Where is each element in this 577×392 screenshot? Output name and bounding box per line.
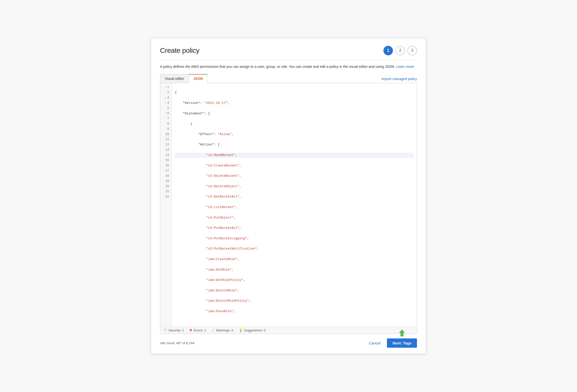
line-num-4: ▾4 xyxy=(163,101,170,106)
code-line-21: "iam:DeleteRolePolicy", xyxy=(175,298,414,304)
suggestions-status: 💡 Suggestions: 0 xyxy=(239,328,265,332)
line-numbers: ▾1 2 ▾3 ▾4 5 ▾6 7 8 9 10 11 12 13 14 15 … xyxy=(160,83,172,327)
import-managed-policy-link[interactable]: Import managed policy xyxy=(381,77,417,83)
code-area: ▾1 2 ▾3 ▾4 5 ▾6 7 8 9 10 11 12 13 14 15 … xyxy=(160,83,417,327)
footer-row: cter count: 487 of 6,144. Cancel Next: T… xyxy=(160,338,417,348)
code-line-9: "s3:DeleteBucket", xyxy=(175,173,414,179)
code-line-3: "Statement": [ xyxy=(175,111,414,116)
tabs-row: Visual editor JSON Import managed policy xyxy=(160,74,417,83)
code-line-15: "s3:PutBucketLogging", xyxy=(175,236,414,241)
line-num-10: 10 xyxy=(163,132,170,137)
step-3-indicator: 3 xyxy=(407,46,417,55)
line-num-22: 22 xyxy=(163,194,170,200)
green-arrow-icon xyxy=(397,327,407,337)
code-line-14: "s3:PutBucketAcl", xyxy=(175,226,414,231)
code-line-16: "s3:PutBucketNotification", xyxy=(175,246,414,252)
code-line-5: "Effect": "Allow", xyxy=(175,132,414,137)
line-num-15: 15 xyxy=(163,158,170,163)
cancel-button[interactable]: Cancel xyxy=(365,339,384,347)
security-status: 🛡 Security: 1 xyxy=(164,328,184,332)
security-icon: 🛡 xyxy=(164,328,167,332)
line-num-17: 17 xyxy=(163,168,170,173)
code-line-1: { xyxy=(175,90,414,95)
line-num-14: 14 xyxy=(163,153,170,158)
footer-buttons: Cancel Next: Tags xyxy=(365,338,417,348)
tabs-container: Visual editor JSON xyxy=(160,74,207,83)
line-num-18: 18 xyxy=(163,173,170,179)
page-title: Create policy xyxy=(160,47,199,55)
tab-visual-editor[interactable]: Visual editor xyxy=(160,74,189,83)
next-tags-button[interactable]: Next: Tags xyxy=(387,338,417,348)
code-line-12: "s3:ListBucket", xyxy=(175,205,414,210)
code-line-10: "s3:DeleteObject", xyxy=(175,184,414,189)
line-num-5: 5 xyxy=(163,106,170,111)
code-line-4: { xyxy=(175,121,414,127)
errors-label: Errors: 1 xyxy=(194,328,206,332)
tab-json[interactable]: JSON xyxy=(189,74,208,83)
step-2-indicator: 2 xyxy=(395,46,405,55)
code-line-22: "iam:PassRole", xyxy=(175,309,414,314)
warnings-label: Warnings: 0 xyxy=(216,328,233,332)
line-num-21: 21 xyxy=(163,189,170,194)
line-num-11: 11 xyxy=(163,137,170,142)
error-icon: ✖ xyxy=(189,328,192,332)
suggestion-icon: 💡 xyxy=(239,328,243,332)
svg-marker-0 xyxy=(399,329,405,336)
code-line-2: "Version": "2012-10-17", xyxy=(175,101,414,106)
line-num-6: ▾6 xyxy=(163,111,170,116)
line-num-3: ▾3 xyxy=(163,95,170,101)
description: A policy defines the AWS permissions tha… xyxy=(160,64,417,69)
status-bar: 🛡 Security: 1 ✖ Errors: 1 ⚠ Warnings: 0 … xyxy=(160,326,417,334)
line-num-2: 2 xyxy=(163,90,170,95)
code-content[interactable]: { "Version": "2012-10-17", "Statement": … xyxy=(172,83,417,327)
modal-header: Create policy 1 2 3 xyxy=(160,46,417,55)
code-line-20: "iam:DeleteRole", xyxy=(175,288,414,293)
errors-status: ✖ Errors: 1 xyxy=(189,328,206,332)
char-count: cter count: 487 of 6,144. xyxy=(160,341,195,345)
line-num-7: 7 xyxy=(163,116,170,121)
header-divider xyxy=(160,60,417,60)
code-line-19: "iam:GetRolePolicy", xyxy=(175,278,414,283)
line-num-20: 20 xyxy=(163,184,170,189)
step-1-indicator: 1 xyxy=(383,46,393,55)
step-indicators: 1 2 3 xyxy=(383,46,417,55)
green-arrow-indicator xyxy=(397,327,407,338)
code-line-6: "Action": [ xyxy=(175,142,414,147)
code-line-17: "iam:CreateRole", xyxy=(175,257,414,262)
line-num-19: 19 xyxy=(163,179,170,184)
line-num-12: 12 xyxy=(163,142,170,147)
json-editor[interactable]: ▾1 2 ▾3 ▾4 5 ▾6 7 8 9 10 11 12 13 14 15 … xyxy=(160,83,417,334)
learn-more-link[interactable]: Learn more xyxy=(396,65,414,69)
code-line-8: "s3:CreateBucket", xyxy=(175,163,414,168)
code-line-11: "s3:GetBucketAcl", xyxy=(175,194,414,200)
code-line-7: "s3:HeadBucket", xyxy=(175,153,414,158)
warning-icon: ⚠ xyxy=(212,328,215,332)
security-label: Security: 1 xyxy=(169,328,184,332)
line-num-8: 8 xyxy=(163,121,170,127)
line-num-9: 9 xyxy=(163,127,170,132)
code-line-13: "s3:PutObject", xyxy=(175,215,414,221)
next-button-wrapper: Next: Tags xyxy=(387,338,417,348)
line-num-16: 16 xyxy=(163,163,170,168)
line-num-13: 13 xyxy=(163,147,170,153)
suggestions-label: Suggestions: 0 xyxy=(244,328,265,332)
warnings-status: ⚠ Warnings: 0 xyxy=(212,328,233,332)
code-line-18: "iam:GetRole", xyxy=(175,267,414,273)
create-policy-modal: Create policy 1 2 3 A policy defines the… xyxy=(151,38,426,354)
line-num-1: ▾1 xyxy=(163,85,170,90)
